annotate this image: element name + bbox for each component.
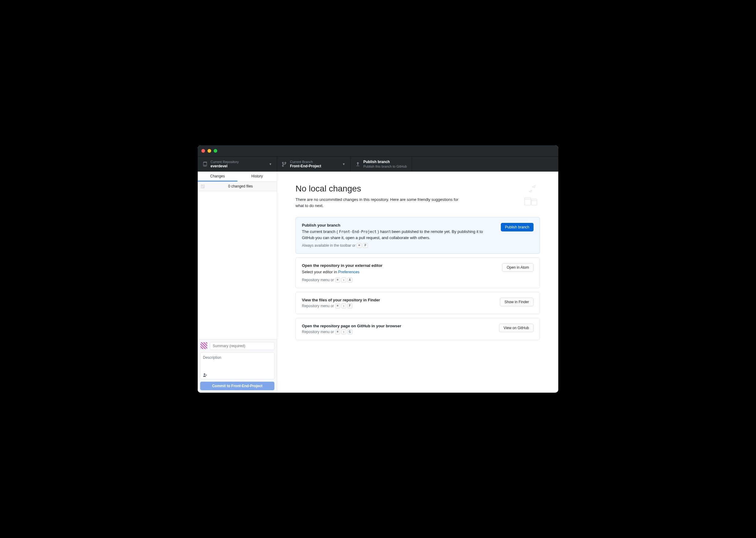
branch-value: Front-End-Project xyxy=(290,164,339,169)
card-hint: Repository menu or ⌘ ⇧ G xyxy=(302,329,493,334)
publish-label: Publish branch xyxy=(363,160,407,165)
card-title: Open the repository page on GitHub in yo… xyxy=(302,324,493,328)
add-coauthor-icon[interactable] xyxy=(203,373,207,377)
view-github-card: Open the repository page on GitHub in yo… xyxy=(295,318,540,340)
page-title: No local changes xyxy=(295,184,540,193)
preferences-link[interactable]: Preferences xyxy=(338,270,360,274)
content: No local changes There are no uncommitte… xyxy=(277,172,558,393)
card-title: Publish your branch xyxy=(302,223,495,228)
kbd-cmd: ⌘ xyxy=(356,243,361,248)
card-desc: Select your editor in Preferences xyxy=(302,269,496,275)
changes-header: 0 changed files xyxy=(198,182,277,191)
repo-label: Current Repository xyxy=(211,160,266,164)
tab-changes[interactable]: Changes xyxy=(198,172,237,181)
repo-icon xyxy=(203,162,208,167)
open-editor-card: Open the repository in your external edi… xyxy=(295,257,540,288)
changes-count: 0 changed files xyxy=(207,184,274,188)
close-window-button[interactable] xyxy=(201,149,205,153)
description-placeholder: Description xyxy=(203,355,221,360)
select-all-checkbox[interactable] xyxy=(201,185,205,188)
show-finder-card: View the files of your repository in Fin… xyxy=(295,292,540,314)
maximize-window-button[interactable] xyxy=(214,149,217,153)
publish-text: Publish branch Publish this branch to Gi… xyxy=(363,160,407,169)
card-hint: Always available in the toolbar or ⌘ P xyxy=(302,243,495,248)
kbd-shift: ⇧ xyxy=(341,303,346,308)
commit-button[interactable]: Commit to Front-End-Project xyxy=(200,382,275,390)
current-repository-selector[interactable]: Current Repository everdevel ▼ xyxy=(198,157,277,172)
commit-area: Description Commit to Front-End-Project xyxy=(198,339,277,393)
kbd-shift: ⇧ xyxy=(341,278,346,283)
branch-icon xyxy=(282,162,287,167)
publish-desc: Publish this branch to GitHub xyxy=(363,164,407,169)
kbd-cmd: ⌘ xyxy=(335,329,340,334)
card-desc: The current branch ( Front-End-Project )… xyxy=(302,229,495,241)
repo-text: Current Repository everdevel xyxy=(211,160,266,169)
minimize-window-button[interactable] xyxy=(208,149,211,153)
open-in-atom-button[interactable]: Open in Atom xyxy=(502,263,534,272)
kbd-shift: ⇧ xyxy=(341,329,346,334)
body: Changes History 0 changed files Descript… xyxy=(198,172,558,393)
commit-branch: Front-End-Project xyxy=(231,384,263,388)
view-on-github-button[interactable]: View on GitHub xyxy=(499,324,534,332)
chevron-down-icon: ▼ xyxy=(269,162,272,166)
sidebar-tabs: Changes History xyxy=(198,172,277,182)
publish-branch-toolbar-button[interactable]: Publish branch Publish this branch to Gi… xyxy=(350,157,412,172)
titlebar xyxy=(198,145,558,156)
kbd-cmd: ⌘ xyxy=(335,303,340,308)
push-icon xyxy=(355,162,360,167)
branch-label: Current Branch xyxy=(290,160,339,164)
card-title: Open the repository in your external edi… xyxy=(302,263,496,268)
card-title: View the files of your repository in Fin… xyxy=(302,298,494,302)
hero: No local changes There are no uncommitte… xyxy=(295,184,540,209)
current-branch-selector[interactable]: Current Branch Front-End-Project ▼ xyxy=(277,157,350,172)
repo-value: everdevel xyxy=(211,164,266,169)
tab-history[interactable]: History xyxy=(237,172,277,181)
kbd-a: A xyxy=(347,278,352,283)
branch-text: Current Branch Front-End-Project xyxy=(290,160,339,169)
svg-rect-1 xyxy=(532,199,537,205)
kbd-p: P xyxy=(363,243,368,248)
kbd-g: G xyxy=(347,329,352,334)
summary-input[interactable] xyxy=(210,342,275,350)
show-in-finder-button[interactable]: Show in Finder xyxy=(500,298,534,306)
hero-illustration xyxy=(516,184,540,208)
publish-branch-button[interactable]: Publish branch xyxy=(501,223,534,232)
chevron-down-icon: ▼ xyxy=(342,162,345,166)
page-subtitle: There are no uncommitted changes in this… xyxy=(295,197,467,209)
app-window: Current Repository everdevel ▼ Current B… xyxy=(198,145,558,393)
sidebar: Changes History 0 changed files Descript… xyxy=(198,172,277,393)
description-input[interactable]: Description xyxy=(200,352,275,379)
card-hint: Repository menu or ⌘ ⇧ A xyxy=(302,278,496,283)
svg-rect-0 xyxy=(525,197,531,205)
changes-list-empty xyxy=(198,191,277,339)
publish-branch-card: Publish your branch The current branch (… xyxy=(295,217,540,254)
commit-prefix: Commit to xyxy=(212,384,231,388)
kbd-cmd: ⌘ xyxy=(335,278,340,283)
avatar xyxy=(200,342,208,349)
toolbar: Current Repository everdevel ▼ Current B… xyxy=(198,156,558,172)
kbd-f: F xyxy=(347,303,352,308)
card-hint: Repository menu or ⌘ ⇧ F xyxy=(302,303,494,308)
